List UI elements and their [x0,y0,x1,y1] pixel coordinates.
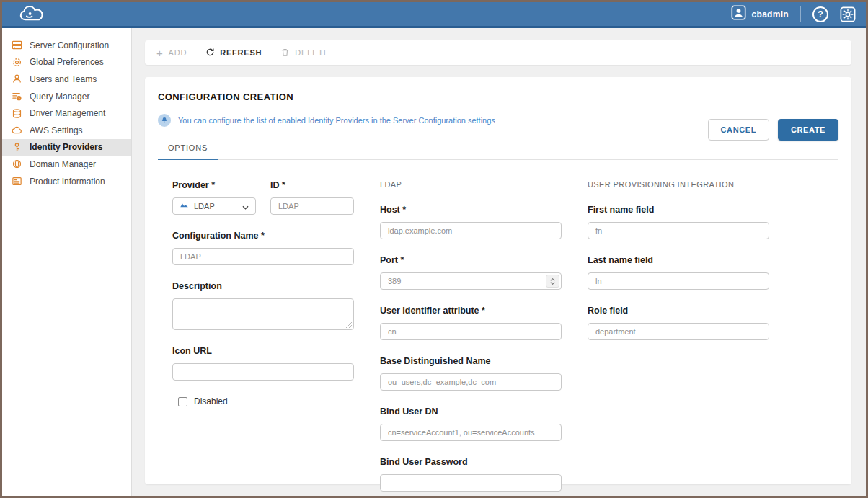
bind-user-dn-input[interactable] [380,424,562,441]
icon-url-input[interactable] [172,363,354,381]
panel-actions: CANCEL CREATE [708,119,838,141]
port-stepper[interactable] [546,275,559,288]
sidebar-item-domain-manager[interactable]: Domain Manager [2,156,131,173]
disabled-label: Disabled [194,396,228,406]
sidebar-item-query-manager[interactable]: Query Manager [2,88,131,105]
plus-icon: + [156,48,164,58]
provisioning-column: USER PROVISIONING INTEGRATION First name… [588,180,769,498]
host-label: Host * [380,205,562,215]
cloud-icon [11,125,22,136]
sidebar-item-product-information[interactable]: Product Information [2,173,131,190]
crud-toolbar: + ADD REFRESH DELETE [145,40,851,65]
add-button-label: ADD [169,48,187,57]
create-button[interactable]: CREATE [778,119,838,141]
user-icon [11,74,22,85]
server-icon [11,40,22,51]
base-distinguished-name-label: Base Distinguished Name [380,356,562,366]
description-textarea[interactable] [172,298,354,330]
first-name-field-label: First name field [588,205,769,215]
sidebar-item-users-and-teams[interactable]: Users and Teams [2,71,131,88]
cancel-button[interactable]: CANCEL [708,119,769,141]
role-field-label: Role field [588,306,769,316]
key-icon [11,141,22,153]
id-input[interactable] [270,197,354,215]
last-name-field-label: Last name field [588,255,769,265]
ldap-column: LDAP Host * Port * [380,180,562,498]
role-field-input[interactable] [588,323,769,340]
sidebar-item-label: Driver Management [30,108,105,118]
page-title: CONFIGURATION CREATION [158,92,838,102]
settings-gear-icon[interactable] [840,6,856,22]
document-icon [11,176,22,187]
disabled-checkbox-row: Disabled [178,396,354,406]
sidebar-item-global-preferences[interactable]: Global Preferences [2,54,131,71]
bell-icon [158,114,171,127]
trash-icon [280,48,290,58]
sidebar-item-label: Server Configuration [30,40,109,50]
delete-button-label: DELETE [295,48,329,57]
general-column: Provider * LDAP [172,180,354,498]
port-label: Port * [380,255,562,265]
disabled-checkbox[interactable] [178,397,187,406]
user-identifier-attribute-label: User identifier attribute * [380,306,562,316]
username-label: cbadmin [752,9,789,19]
sidebar-nav: Server Configuration Global Preferences … [2,28,132,496]
sidebar-item-label: Query Manager [30,92,89,102]
refresh-button-label: REFRESH [220,48,262,57]
ldap-provider-icon [180,200,189,213]
stepper-down-icon [550,282,555,285]
base-distinguished-name-input[interactable] [380,373,562,391]
sidebar-item-label: Users and Teams [30,74,97,84]
header-divider [800,6,801,22]
user-identifier-attribute-input[interactable] [380,323,562,340]
main-content: + ADD REFRESH DELETE [132,28,866,496]
provider-label: Provider * [172,180,256,190]
provider-selected-value: LDAP [194,202,237,210]
host-input[interactable] [380,222,562,239]
sidebar-item-label: Domain Manager [30,159,96,169]
last-name-field-input[interactable] [588,272,769,290]
sidebar-item-driver-management[interactable]: Driver Management [2,105,131,122]
icon-url-label: Icon URL [172,346,354,356]
add-button[interactable]: + ADD [156,48,187,58]
bind-user-password-label: Bind User Password [380,457,562,467]
bind-user-password-input[interactable] [380,474,562,492]
database-icon [11,107,22,119]
tab-options[interactable]: OPTIONS [158,137,218,160]
chevron-down-icon [242,200,249,213]
globe-icon [11,159,22,170]
stepper-up-icon [550,278,555,281]
sidebar-item-label: Identity Providers [30,142,102,152]
first-name-field-input[interactable] [588,222,769,239]
sidebar-item-identity-providers[interactable]: Identity Providers [2,139,131,156]
sidebar-item-label: AWS Settings [30,125,83,135]
configuration-form: Provider * LDAP [158,180,838,498]
user-menu[interactable]: cbadmin [731,5,789,23]
gear-icon [11,56,22,68]
cloud-logo[interactable] [17,4,47,24]
id-label: ID * [270,180,354,190]
sidebar-item-aws-settings[interactable]: AWS Settings [2,122,131,139]
port-input[interactable] [380,272,562,290]
refresh-button[interactable]: REFRESH [205,48,262,58]
info-message: You can configure the list of enabled Id… [178,116,495,125]
user-provisioning-section-header: USER PROVISIONING INTEGRATION [588,180,769,190]
configuration-name-input[interactable] [172,248,354,265]
top-header-bar: cbadmin ? [2,2,866,28]
sidebar-item-server-configuration[interactable]: Server Configuration [2,37,131,54]
delete-button[interactable]: DELETE [280,48,329,58]
ldap-section-header: LDAP [380,180,562,190]
refresh-icon [205,48,215,58]
provider-select[interactable]: LDAP [172,197,256,215]
configuration-name-label: Configuration Name * [172,231,354,241]
query-clock-icon [11,91,22,102]
sidebar-item-label: Product Information [30,177,105,187]
sidebar-item-label: Global Preferences [30,57,104,67]
user-avatar-icon [731,5,746,23]
bind-user-dn-label: Bind User DN [380,406,562,417]
configuration-creation-panel: CONFIGURATION CREATION You can configure… [145,77,851,484]
help-icon[interactable]: ? [812,6,828,22]
description-label: Description [172,281,354,291]
